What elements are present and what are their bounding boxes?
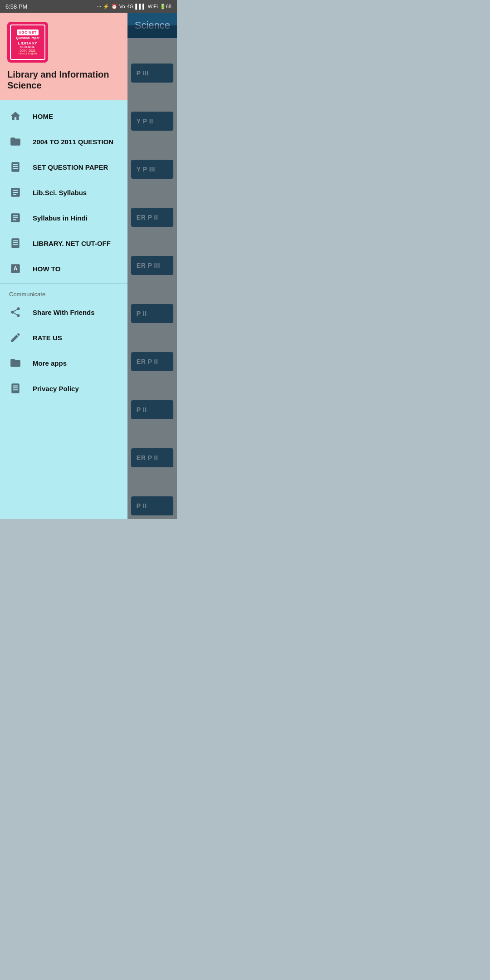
signal-4g: 4G xyxy=(127,4,134,9)
sidebar-item-set-question-label: SET QUESTION PAPER xyxy=(33,163,108,171)
folder-icon xyxy=(9,135,22,148)
sidebar-item-set-question[interactable]: SET QUESTION PAPER xyxy=(0,154,127,180)
sidebar-app-title: Library and Information Science xyxy=(7,69,120,91)
battery-icon: 🔋68 xyxy=(160,4,172,10)
sidebar-item-lib-syllabus[interactable]: Lib.Sci. Syllabus xyxy=(0,180,127,205)
sidebar-item-share[interactable]: Share With Friends xyxy=(0,299,127,325)
book-icon xyxy=(9,161,22,173)
time: 6:58 PM xyxy=(5,3,27,10)
sidebar-item-how-to-label: HOW TO xyxy=(33,265,60,273)
font-icon: A xyxy=(9,262,22,275)
document-icon-2 xyxy=(9,211,22,224)
app-logo: UGC NET Question Paper LIBRARY SCIENCE 2… xyxy=(7,22,48,63)
sidebar-item-privacy-policy[interactable]: Privacy Policy xyxy=(0,376,127,401)
sidebar-item-how-to[interactable]: A HOW TO xyxy=(0,256,127,281)
sidebar-item-questions-label: 2004 TO 2011 QUESTION xyxy=(33,138,113,146)
rate-icon xyxy=(9,331,22,344)
sidebar-item-syllabus-hindi[interactable]: Syllabus in Hindi xyxy=(0,205,127,230)
more-apps-icon xyxy=(9,357,22,369)
home-icon xyxy=(9,110,22,122)
main-layout: UGC NET Question Paper LIBRARY SCIENCE 2… xyxy=(0,13,177,519)
sidebar-drawer: UGC NET Question Paper LIBRARY SCIENCE 2… xyxy=(0,13,127,519)
sidebar-item-rate-us-label: RATE US xyxy=(33,334,62,342)
overlay-shadow[interactable] xyxy=(127,25,177,519)
sidebar-item-home-label: HOME xyxy=(33,113,53,120)
status-bar: 6:58 PM ··· ⚡ ⏰ Vo 4G ▌▌▌ WiFi 🔋68 xyxy=(0,0,177,13)
sidebar-item-home[interactable]: HOME xyxy=(0,103,127,129)
signal-dots: ··· xyxy=(97,4,101,9)
sidebar-item-net-cutoff-label: LIBRARY. NET CUT-OFF xyxy=(33,240,111,247)
svg-text:A: A xyxy=(14,265,18,272)
book-icon-2 xyxy=(9,237,22,250)
sidebar-item-share-label: Share With Friends xyxy=(33,309,95,316)
share-icon xyxy=(9,306,22,318)
alarm-icon: ⏰ xyxy=(111,4,118,10)
document-icon-1 xyxy=(9,186,22,199)
signal-bars: ▌▌▌ xyxy=(135,4,146,9)
sidebar-item-net-cutoff[interactable]: LIBRARY. NET CUT-OFF xyxy=(0,230,127,256)
nav-list: HOME 2004 TO 2011 QUESTION SET QUESTION … xyxy=(0,100,127,519)
sidebar-item-more-apps-label: More apps xyxy=(33,359,67,367)
bluetooth-icon: ⚡ xyxy=(103,4,109,10)
vo-lte-icon: Vo xyxy=(119,4,125,9)
wifi-icon: WiFi xyxy=(148,4,158,9)
sidebar-item-rate-us[interactable]: RATE US xyxy=(0,325,127,350)
sidebar-header: UGC NET Question Paper LIBRARY SCIENCE 2… xyxy=(0,13,127,100)
communicate-section-title: Communicate xyxy=(0,285,127,299)
privacy-icon xyxy=(9,382,22,395)
sidebar-item-lib-syllabus-label: Lib.Sci. Syllabus xyxy=(33,189,87,196)
sidebar-item-questions[interactable]: 2004 TO 2011 QUESTION xyxy=(0,129,127,154)
sidebar-item-syllabus-hindi-label: Syllabus in Hindi xyxy=(33,214,88,222)
sidebar-item-privacy-policy-label: Privacy Policy xyxy=(33,385,79,392)
nav-divider xyxy=(0,283,127,284)
status-icons: ··· ⚡ ⏰ Vo 4G ▌▌▌ WiFi 🔋68 xyxy=(97,4,172,10)
sidebar-item-more-apps[interactable]: More apps xyxy=(0,350,127,376)
